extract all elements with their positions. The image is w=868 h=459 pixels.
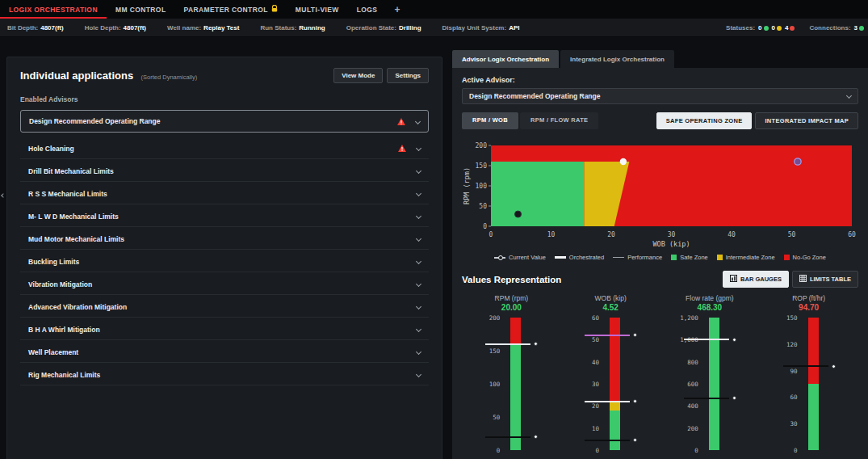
advisor-row-m-l-w-d-mechanical-limits[interactable]: M- L W D Mechanical Limits — [20, 206, 429, 227]
svg-text:50: 50 — [479, 203, 487, 210]
zone-safe-zone — [491, 162, 584, 226]
gauge-segment — [510, 344, 521, 450]
limits-table-button[interactable]: LIMITS TABLE — [792, 271, 858, 288]
gauge-bar — [808, 318, 819, 450]
marker-dot — [534, 435, 538, 439]
status-label: Operation State: — [346, 24, 396, 32]
advisor-label: Well Placement — [28, 348, 78, 356]
svg-text:10: 10 — [547, 231, 556, 238]
legend-item-intermediate-zone: Intermediate Zone — [717, 254, 775, 261]
limits-table-label: LIMITS TABLE — [810, 276, 851, 283]
panel-header: Individual applications (Sorted Dynamica… — [20, 68, 429, 83]
advisor-row-hole-cleaning[interactable]: Hole Cleaning — [20, 138, 429, 159]
gauge-tick-label: 200 — [663, 425, 698, 432]
svg-text:60: 60 — [848, 231, 856, 238]
legend-swatch — [613, 257, 624, 258]
advisor-orchestration-card: Active Advisor: Design Recommended Opera… — [452, 68, 868, 459]
gauge-title: Flow rate (gpm) — [686, 294, 734, 302]
bar-gauges-label: BAR GAUGES — [740, 276, 782, 283]
chart-tab-rpm-wob[interactable]: RPM / WOB — [462, 112, 518, 129]
svg-text:30: 30 — [668, 231, 676, 238]
status-value: Running — [299, 24, 325, 32]
status-value: Drilling — [399, 24, 421, 32]
gauge-title: ROP (ft/hr) — [792, 294, 825, 302]
legend-label: Orchestrated — [569, 254, 604, 261]
chart-axis-tabs: RPM / WOBRPM / FLOW RATE — [462, 112, 598, 129]
button-safe-operating-zone[interactable]: SAFE OPERATING ZONE — [656, 112, 753, 129]
panel-subtitle: (Sorted Dynamically) — [141, 74, 198, 81]
values-representation-header: Values Representation BAR GAUGES LIMITS … — [462, 271, 858, 288]
advisor-row-design-recommended-operating-range[interactable]: Design Recommended Operating Range — [20, 110, 429, 133]
status-count: 3 — [854, 24, 858, 32]
status-label: Well name: — [167, 24, 201, 32]
tab-label: MM CONTROL — [115, 6, 166, 14]
svg-text:200: 200 — [476, 142, 488, 149]
svg-text:20: 20 — [607, 231, 615, 238]
legend-item-orchestrated: Orchestrated — [555, 254, 604, 261]
warning-icon — [397, 118, 405, 125]
gauge-body: 050100150200 — [464, 318, 558, 450]
advisor-row-vibration-mitigation[interactable]: Vibration Mitigation — [20, 274, 429, 295]
main-tab-parameter-control[interactable]: PARAMETER CONTROL — [174, 0, 286, 19]
advisor-row-rig-mechanical-limits[interactable]: Rig Mechanical Limits — [20, 364, 429, 385]
advisor-row-well-placement[interactable]: Well Placement — [20, 342, 429, 363]
main-tab-multi-view[interactable]: MULTI-VIEW — [287, 0, 348, 19]
main-tab-logix-orchestration[interactable]: LOGIX ORCHESTRATION — [0, 0, 107, 19]
gauge-tick-label: 60 — [762, 394, 798, 401]
active-advisor-value: Design Recommended Operating Range — [469, 92, 600, 100]
advisor-row-r-s-s-mechanical-limits[interactable]: R S S Mechanical Limits — [20, 183, 429, 204]
legend-label: Intermediate Zone — [726, 254, 775, 261]
active-advisor-select[interactable]: Design Recommended Operating Range — [462, 88, 858, 104]
chart-tab-rpm-flow-rate[interactable]: RPM / FLOW RATE — [520, 112, 598, 129]
gauge-tick-label: 0 — [663, 447, 698, 454]
connections-group: Connections:3 — [809, 24, 864, 32]
tab-advisor-logix-orchestration[interactable]: Advisor Logix Orchestration — [452, 50, 559, 68]
gauge-tick-label: 50 — [564, 336, 599, 343]
app-window: LOGIX ORCHESTRATIONMM CONTROLPARAMETER C… — [0, 0, 868, 459]
panel-collapse-handle[interactable] — [0, 189, 6, 202]
advisor-label: R S S Mechanical Limits — [28, 190, 107, 198]
legend-swatch — [494, 257, 505, 259]
safe-operating-zone-chart: 0501001502000102030405060WOB (kip)RPM (r… — [462, 137, 858, 252]
bar-gauges-button[interactable]: BAR GAUGES — [723, 271, 789, 288]
advisor-row-b-h-a-whirl-mitigation[interactable]: B H A Whirl Mitigation — [20, 319, 429, 340]
legend-label: Safe Zone — [680, 254, 708, 261]
gauge-tick-label: 100 — [464, 381, 500, 388]
advisor-row-advanced-vibration-mitigation[interactable]: Advanced Vibration Mitigation — [20, 297, 429, 318]
advisor-row-mud-motor-mechanical-limits[interactable]: Mud Motor Mechanical Limits — [20, 229, 429, 250]
advisor-label: Vibration Mitigation — [28, 280, 92, 288]
marker-dot — [732, 338, 736, 342]
active-advisor-label: Active Advisor: — [462, 76, 858, 84]
point-orchestrated — [620, 158, 627, 165]
gauge-flow-rate-gpm: Flow rate (gpm)468.3002004006008001,0001… — [660, 294, 760, 450]
main-tab-mm-control[interactable]: MM CONTROL — [107, 0, 175, 19]
orchestration-tab-bar: Advisor Logix OrchestrationIntegrated Lo… — [452, 50, 868, 68]
marker-current — [684, 398, 729, 399]
status-item-display-unit-system: Display Unit System:API — [442, 24, 520, 32]
advisor-row-buckling-limits[interactable]: Buckling Limits — [20, 251, 429, 272]
tab-label: LOGS — [357, 6, 378, 14]
gauge-tick-label: 90 — [762, 368, 798, 375]
status-item-hole-depth: Hole Depth:4807(ft) — [85, 24, 146, 32]
tab-integrated-logix-orchestration[interactable]: Integrated Logix Orchestration — [560, 50, 674, 68]
marker-dot — [633, 438, 637, 442]
marker-orchestrated — [684, 339, 729, 340]
settings-button[interactable]: Settings — [387, 68, 429, 83]
status-dot — [764, 26, 769, 31]
status-item-well-name: Well name:Replay Test — [167, 24, 239, 32]
advisor-row-drill-bit-mechanical-limits[interactable]: Drill Bit Mechanical Limits — [20, 161, 429, 182]
panel-title: Individual applications — [20, 69, 133, 82]
gauge-tick-label: 40 — [564, 359, 599, 366]
main-tab-add[interactable]: + — [386, 0, 408, 19]
button-integrated-impact-map[interactable]: INTEGRATED IMPACT MAP — [755, 112, 858, 129]
limits-table-icon — [799, 275, 807, 284]
advisor-label: M- L W D Mechanical Limits — [28, 213, 119, 221]
view-mode-button[interactable]: View Mode — [333, 68, 383, 83]
status-item-operation-state: Operation State:Drilling — [346, 24, 421, 32]
legend-swatch — [671, 255, 677, 260]
main-tab-logs[interactable]: LOGS — [348, 0, 387, 19]
svg-text:150: 150 — [476, 162, 488, 170]
legend-swatch — [717, 255, 723, 260]
status-value: API — [509, 24, 519, 32]
advisor-label: Rig Mechanical Limits — [28, 371, 100, 379]
